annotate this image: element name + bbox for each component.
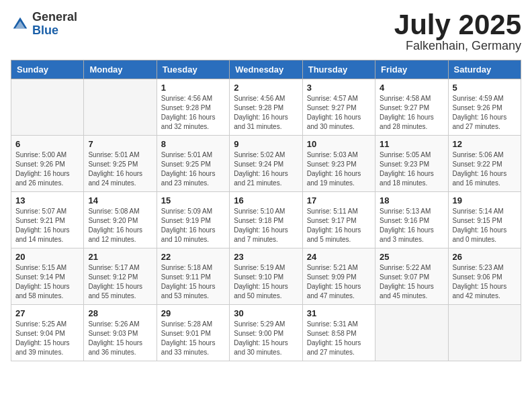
calendar-week-row: 13Sunrise: 5:07 AM Sunset: 9:21 PM Dayli…: [11, 192, 521, 248]
calendar-day-cell: 8Sunrise: 5:01 AM Sunset: 9:25 PM Daylig…: [157, 136, 229, 192]
calendar-day-cell: 12Sunrise: 5:06 AM Sunset: 9:22 PM Dayli…: [448, 136, 521, 192]
calendar-day-cell: 30Sunrise: 5:29 AM Sunset: 9:00 PM Dayli…: [230, 305, 302, 361]
logo-blue-text: Blue: [32, 24, 77, 38]
day-number: 23: [234, 252, 298, 262]
calendar-day-cell: 26Sunrise: 5:23 AM Sunset: 9:06 PM Dayli…: [448, 248, 521, 305]
day-number: 31: [307, 308, 371, 318]
calendar-day-cell: 31Sunrise: 5:31 AM Sunset: 8:58 PM Dayli…: [302, 305, 375, 361]
day-info: Sunrise: 5:03 AM Sunset: 9:23 PM Dayligh…: [307, 150, 371, 188]
day-info: Sunrise: 5:02 AM Sunset: 9:24 PM Dayligh…: [234, 150, 298, 188]
day-info: Sunrise: 5:17 AM Sunset: 9:12 PM Dayligh…: [88, 263, 152, 301]
day-number: 8: [161, 139, 225, 149]
page-header: General Blue July 2025 Falkenhain, Germa…: [11, 11, 521, 53]
day-info: Sunrise: 5:31 AM Sunset: 8:58 PM Dayligh…: [307, 320, 371, 357]
day-number: 14: [88, 195, 152, 205]
month-title: July 2025: [394, 11, 521, 39]
day-number: 4: [380, 83, 443, 93]
calendar-day-cell: 25Sunrise: 5:22 AM Sunset: 9:07 PM Dayli…: [375, 248, 448, 305]
weekday-header: Monday: [84, 60, 157, 79]
day-info: Sunrise: 5:01 AM Sunset: 9:25 PM Dayligh…: [161, 150, 225, 188]
day-info: Sunrise: 5:07 AM Sunset: 9:21 PM Dayligh…: [15, 207, 79, 244]
day-info: Sunrise: 5:06 AM Sunset: 9:22 PM Dayligh…: [453, 150, 517, 188]
logo-general-text: General: [32, 11, 77, 24]
calendar-day-cell: 28Sunrise: 5:26 AM Sunset: 9:03 PM Dayli…: [84, 305, 157, 361]
day-info: Sunrise: 5:19 AM Sunset: 9:10 PM Dayligh…: [234, 263, 298, 301]
day-number: 25: [380, 252, 443, 262]
calendar-day-cell: 19Sunrise: 5:14 AM Sunset: 9:15 PM Dayli…: [448, 192, 521, 248]
day-number: 3: [307, 83, 371, 93]
location-title: Falkenhain, Germany: [394, 39, 521, 53]
day-number: 16: [234, 195, 298, 205]
calendar-day-cell: 24Sunrise: 5:21 AM Sunset: 9:09 PM Dayli…: [302, 248, 375, 305]
day-number: 30: [234, 308, 298, 318]
day-info: Sunrise: 5:13 AM Sunset: 9:16 PM Dayligh…: [380, 207, 443, 244]
day-info: Sunrise: 4:59 AM Sunset: 9:26 PM Dayligh…: [453, 94, 517, 132]
calendar-table: SundayMondayTuesdayWednesdayThursdayFrid…: [11, 60, 521, 361]
weekday-header: Friday: [375, 60, 448, 79]
calendar-week-row: 1Sunrise: 4:56 AM Sunset: 9:28 PM Daylig…: [11, 79, 521, 136]
day-number: 9: [234, 139, 298, 149]
day-number: 19: [453, 195, 517, 205]
calendar-day-cell: 14Sunrise: 5:08 AM Sunset: 9:20 PM Dayli…: [84, 192, 157, 248]
day-info: Sunrise: 4:57 AM Sunset: 9:27 PM Dayligh…: [307, 94, 371, 132]
calendar-day-cell: 11Sunrise: 5:05 AM Sunset: 9:23 PM Dayli…: [375, 136, 448, 192]
calendar-week-row: 6Sunrise: 5:00 AM Sunset: 9:26 PM Daylig…: [11, 136, 521, 192]
day-info: Sunrise: 5:01 AM Sunset: 9:25 PM Dayligh…: [88, 150, 152, 188]
weekday-header: Thursday: [302, 60, 375, 79]
day-info: Sunrise: 5:09 AM Sunset: 9:19 PM Dayligh…: [161, 207, 225, 244]
calendar-week-row: 20Sunrise: 5:15 AM Sunset: 9:14 PM Dayli…: [11, 248, 521, 305]
day-number: 1: [161, 83, 225, 93]
day-number: 26: [453, 252, 517, 262]
weekday-header: Wednesday: [230, 60, 302, 79]
day-info: Sunrise: 5:18 AM Sunset: 9:11 PM Dayligh…: [161, 263, 225, 301]
day-number: 2: [234, 83, 298, 93]
day-number: 11: [380, 139, 443, 149]
day-info: Sunrise: 4:56 AM Sunset: 9:28 PM Dayligh…: [234, 94, 298, 132]
calendar-day-cell: 22Sunrise: 5:18 AM Sunset: 9:11 PM Dayli…: [157, 248, 229, 305]
day-info: Sunrise: 5:22 AM Sunset: 9:07 PM Dayligh…: [380, 263, 443, 301]
day-number: 27: [15, 308, 79, 318]
calendar-day-cell: 20Sunrise: 5:15 AM Sunset: 9:14 PM Dayli…: [11, 248, 84, 305]
calendar-day-cell: 6Sunrise: 5:00 AM Sunset: 9:26 PM Daylig…: [11, 136, 84, 192]
calendar-day-cell: 18Sunrise: 5:13 AM Sunset: 9:16 PM Dayli…: [375, 192, 448, 248]
day-info: Sunrise: 5:00 AM Sunset: 9:26 PM Dayligh…: [15, 150, 79, 188]
day-number: 29: [161, 308, 225, 318]
calendar-day-cell: 17Sunrise: 5:11 AM Sunset: 9:17 PM Dayli…: [302, 192, 375, 248]
calendar-week-row: 27Sunrise: 5:25 AM Sunset: 9:04 PM Dayli…: [11, 305, 521, 361]
day-number: 12: [453, 139, 517, 149]
day-number: 21: [88, 252, 152, 262]
calendar-day-cell: 16Sunrise: 5:10 AM Sunset: 9:18 PM Dayli…: [230, 192, 302, 248]
logo-text: General Blue: [32, 11, 77, 38]
weekday-header: Saturday: [448, 60, 521, 79]
calendar-day-cell: 1Sunrise: 4:56 AM Sunset: 9:28 PM Daylig…: [157, 79, 229, 136]
day-info: Sunrise: 5:11 AM Sunset: 9:17 PM Dayligh…: [307, 207, 371, 244]
day-info: Sunrise: 5:08 AM Sunset: 9:20 PM Dayligh…: [88, 207, 152, 244]
calendar-day-cell: 27Sunrise: 5:25 AM Sunset: 9:04 PM Dayli…: [11, 305, 84, 361]
calendar-day-cell: 9Sunrise: 5:02 AM Sunset: 9:24 PM Daylig…: [230, 136, 302, 192]
day-info: Sunrise: 5:10 AM Sunset: 9:18 PM Dayligh…: [234, 207, 298, 244]
calendar-day-cell: [11, 79, 84, 136]
day-number: 7: [88, 139, 152, 149]
logo: General Blue: [11, 11, 77, 38]
calendar-day-cell: 10Sunrise: 5:03 AM Sunset: 9:23 PM Dayli…: [302, 136, 375, 192]
day-number: 5: [453, 83, 517, 93]
weekday-header: Tuesday: [157, 60, 229, 79]
calendar-day-cell: 13Sunrise: 5:07 AM Sunset: 9:21 PM Dayli…: [11, 192, 84, 248]
day-info: Sunrise: 5:14 AM Sunset: 9:15 PM Dayligh…: [453, 207, 517, 244]
day-info: Sunrise: 5:26 AM Sunset: 9:03 PM Dayligh…: [88, 320, 152, 357]
calendar-day-cell: [448, 305, 521, 361]
calendar-day-cell: 15Sunrise: 5:09 AM Sunset: 9:19 PM Dayli…: [157, 192, 229, 248]
calendar-day-cell: 21Sunrise: 5:17 AM Sunset: 9:12 PM Dayli…: [84, 248, 157, 305]
calendar-day-cell: 7Sunrise: 5:01 AM Sunset: 9:25 PM Daylig…: [84, 136, 157, 192]
calendar-day-cell: [84, 79, 157, 136]
calendar-day-cell: 2Sunrise: 4:56 AM Sunset: 9:28 PM Daylig…: [230, 79, 302, 136]
day-number: 20: [15, 252, 79, 262]
day-info: Sunrise: 5:21 AM Sunset: 9:09 PM Dayligh…: [307, 263, 371, 301]
day-info: Sunrise: 5:05 AM Sunset: 9:23 PM Dayligh…: [380, 150, 443, 188]
logo-icon: [11, 15, 30, 34]
day-info: Sunrise: 5:29 AM Sunset: 9:00 PM Dayligh…: [234, 320, 298, 357]
day-number: 15: [161, 195, 225, 205]
day-number: 17: [307, 195, 371, 205]
day-info: Sunrise: 5:25 AM Sunset: 9:04 PM Dayligh…: [15, 320, 79, 357]
day-info: Sunrise: 5:23 AM Sunset: 9:06 PM Dayligh…: [453, 263, 517, 301]
